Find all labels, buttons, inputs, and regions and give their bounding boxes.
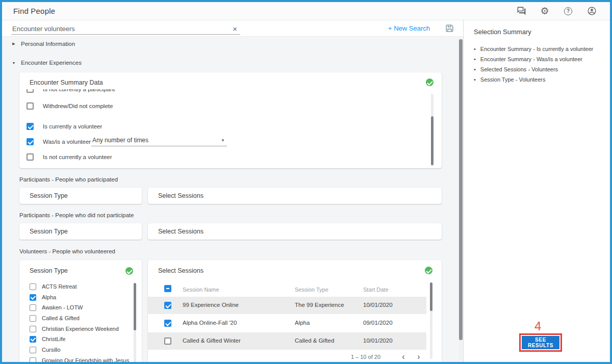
encounter-summary-card: Encounter Summary Data Is not currently … (19, 72, 442, 168)
session-type-option[interactable]: Alpha (30, 294, 56, 301)
select-sessions-card-not-participated[interactable]: Select Sessions (148, 223, 442, 240)
session-type-option[interactable]: Awaken - LOTW (30, 304, 83, 311)
volunteers-session-type-card: Session Type ACTS Retreat Alpha Awaken -… (19, 260, 142, 362)
checkbox[interactable] (30, 294, 36, 301)
column-header: Session Type (295, 287, 328, 293)
volunteers-select-sessions-card: Select Sessions Session Name Session Typ… (148, 260, 442, 362)
main-scrollbar[interactable] (459, 38, 463, 359)
page-next-icon[interactable]: › (411, 353, 426, 360)
clear-search-icon[interactable]: × (231, 25, 239, 33)
checkbox[interactable] (164, 320, 171, 327)
pagination-range: 1 – 10 of 20 (351, 354, 380, 360)
checkbox-row[interactable]: Is currently a volunteer (27, 122, 102, 131)
selection-summary-panel: Selection Summary Encounter Summary - Is… (463, 20, 610, 362)
summary-item: Session Type - Volunteers (474, 74, 603, 85)
checkbox[interactable] (27, 123, 34, 130)
session-type-card-not-participated[interactable]: Session Type (19, 223, 142, 240)
filter-active-check-icon (125, 267, 133, 275)
chevron-right-icon: ▶ (11, 42, 16, 46)
checkbox[interactable] (27, 89, 34, 93)
accordion-encounter-experiences[interactable]: ▼ Encounter Experiences (11, 58, 82, 68)
summary-item: Selected Sessions - Volunteers (474, 64, 603, 74)
column-header: Start Date (363, 287, 389, 293)
checkbox[interactable] (30, 336, 36, 343)
summary-item: Encounter Summary - Was/is a volunteer (474, 54, 603, 64)
checkbox[interactable] (30, 326, 36, 332)
session-table-row[interactable]: Called & Gifted Winter Called & Gifted 1… (148, 332, 426, 350)
card-scrollbar[interactable] (431, 94, 434, 166)
table-pagination: 1 – 10 of 20 ‹ › (148, 353, 426, 360)
checkbox[interactable] (30, 347, 36, 353)
panel-title: Selection Summary (474, 28, 603, 36)
session-type-option[interactable]: Cursillo (30, 346, 61, 353)
titlebar: Find People ⚙ ? (2, 2, 610, 20)
account-icon[interactable] (586, 6, 597, 16)
chevron-down-icon: ▼ (11, 61, 16, 65)
checkbox[interactable] (30, 283, 36, 290)
session-type-option[interactable]: Christian Experience Weekend (30, 325, 119, 332)
page-title: Find People (13, 7, 55, 15)
session-table-row[interactable]: Alpha Online-Fall '20 Alpha 09/01/2020 (148, 315, 426, 332)
session-type-option[interactable]: Called & Gifted (30, 315, 80, 322)
session-type-option[interactable]: ChristLife (30, 335, 65, 343)
checkbox[interactable] (164, 302, 171, 309)
checkbox[interactable] (30, 304, 36, 311)
checkbox[interactable] (164, 337, 171, 345)
accordion-personal-information[interactable]: ▶ Personal Information (11, 39, 75, 49)
frequency-select[interactable]: Any number of times ▼ (91, 137, 227, 146)
session-type-option[interactable]: Growing Our Friendship with Jesus (30, 357, 129, 362)
annotation-step-number: 4 (534, 319, 541, 333)
column-header: Session Name (183, 287, 219, 293)
section-heading: Participants - People who participated (19, 176, 118, 183)
titlebar-icons: ⚙ ? (516, 6, 597, 16)
see-results-button[interactable]: SEE RESULTS (522, 336, 559, 349)
session-type-option[interactable]: ACTS Retreat (30, 283, 76, 290)
checkbox-row[interactable]: Was/is a volunteer Any number of times ▼ (27, 138, 384, 146)
chat-icon[interactable] (516, 6, 526, 16)
find-people-window: Find People ⚙ ? (0, 0, 612, 364)
checkbox[interactable] (27, 102, 34, 110)
new-search-button[interactable]: + New Search (388, 24, 430, 32)
checkbox-row[interactable]: Is not currently a volunteer (27, 153, 112, 161)
save-search-icon[interactable] (445, 24, 454, 33)
gear-icon[interactable]: ⚙ (540, 6, 550, 16)
search-bar: × + New Search (2, 20, 463, 37)
summary-item: Encounter Summary - Is currently a volun… (474, 44, 603, 54)
section-heading: Volunteers - People who volunteered (19, 248, 115, 254)
select-all-checkbox[interactable] (164, 285, 171, 292)
filters-area: ▶ Personal Information ▼ Encounter Exper… (2, 37, 463, 362)
session-type-card-participated[interactable]: Session Type (19, 188, 142, 204)
dropdown-arrow-icon: ▼ (221, 138, 225, 143)
main-column: × + New Search ▶ Personal Information (2, 20, 463, 362)
filter-active-check-icon (426, 79, 434, 86)
annotation-highlight-box: SEE RESULTS (519, 333, 562, 352)
search-field[interactable]: × (11, 22, 240, 35)
checkbox-row-clipped: Is not currently a participant (27, 89, 231, 95)
session-table-row[interactable]: 99 Experience Online The 99 Experience 1… (148, 297, 426, 314)
select-sessions-card-participated[interactable]: Select Sessions (148, 188, 442, 204)
search-input[interactable] (12, 25, 231, 33)
help-icon[interactable]: ? (563, 6, 573, 16)
section-heading: Participants - People who did not partic… (19, 212, 134, 218)
card-scrollbar[interactable] (134, 283, 136, 362)
checkbox[interactable] (30, 315, 36, 322)
filter-active-check-icon (425, 267, 432, 274)
card-scrollbar[interactable] (430, 282, 432, 359)
card-title: Encounter Summary Data (30, 79, 103, 86)
checkbox[interactable] (30, 357, 36, 362)
checkbox[interactable] (27, 138, 34, 145)
sessions-table-header: Session Name Session Type Start Date (148, 283, 435, 297)
selection-summary-list: Encounter Summary - Is currently a volun… (474, 44, 603, 85)
checkbox-row[interactable]: Withdrew/Did not complete (27, 102, 113, 110)
page-previous-icon[interactable]: ‹ (396, 353, 411, 360)
checkbox[interactable] (27, 153, 34, 161)
